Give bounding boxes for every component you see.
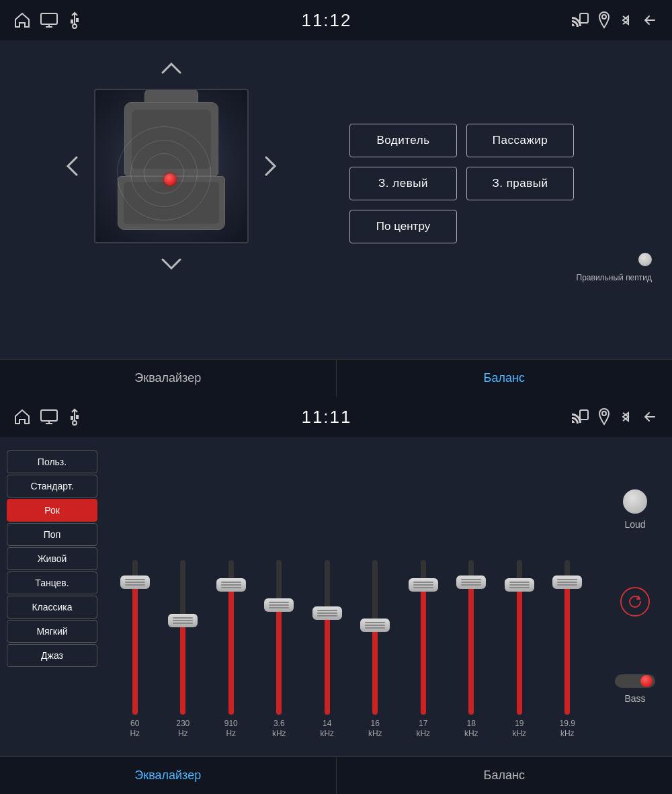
seat-btn-row-3: По центру: [349, 210, 652, 243]
cast-icon[interactable]: [571, 13, 589, 28]
preset-btn-8[interactable]: Джаз: [7, 644, 97, 667]
top-time: 11:12: [301, 10, 351, 31]
bluetooth-icon[interactable]: [620, 11, 632, 29]
svg-rect-4: [41, 410, 57, 421]
preset-btn-1[interactable]: Стандарт.: [7, 475, 97, 498]
slider-track-1[interactable]: [180, 560, 185, 715]
slider-track-5[interactable]: [372, 560, 378, 715]
slider-label-1: 230Hz: [176, 719, 190, 740]
slider-column-1: 230Hz: [163, 560, 202, 740]
top-tab-bar: Эквалайзер Баланс: [0, 359, 672, 397]
passenger-button[interactable]: Пассажир: [466, 124, 574, 157]
slider-thumb-5[interactable]: [360, 619, 390, 632]
cast-icon-2[interactable]: [571, 409, 589, 424]
screen-icon-2[interactable]: [40, 409, 58, 424]
tab-balance-top[interactable]: Баланс: [337, 360, 673, 397]
slider-label-5: 16kHz: [368, 719, 382, 740]
slider-thumb-6[interactable]: [409, 578, 438, 592]
slider-track-8[interactable]: [517, 560, 522, 715]
loud-button[interactable]: [623, 489, 647, 514]
slider-label-7: 18kHz: [464, 719, 478, 740]
preset-btn-4[interactable]: Живой: [7, 547, 97, 570]
bottom-status-bar: 11:11: [0, 397, 672, 437]
slider-fill-7: [468, 575, 474, 715]
slider-label-0: 60Hz: [130, 719, 140, 740]
center-button[interactable]: По центру: [349, 210, 457, 243]
slider-track-0[interactable]: [132, 560, 138, 715]
slider-fill-8: [517, 578, 522, 714]
slider-column-9: 19.9kHz: [548, 560, 587, 740]
svg-rect-0: [41, 13, 57, 24]
preset-btn-7[interactable]: Мягкий: [7, 620, 97, 643]
tab-equalizer-bottom[interactable]: Эквалайзер: [0, 757, 337, 794]
tab-equalizer-top[interactable]: Эквалайзер: [0, 360, 337, 397]
bluetooth-icon-2[interactable]: [620, 408, 632, 426]
back-icon-2[interactable]: [641, 409, 659, 424]
slider-track-7[interactable]: [468, 560, 474, 715]
bottom-left-icons: [13, 408, 82, 426]
seat-image: [94, 89, 249, 243]
slider-thumb-2[interactable]: [216, 578, 246, 592]
slider-thumb-0[interactable]: [120, 575, 150, 589]
slider-track-6[interactable]: [421, 560, 426, 715]
bottom-right-icons: [571, 408, 659, 426]
tab-balance-bottom[interactable]: Баланс: [337, 757, 673, 794]
preset-btn-5[interactable]: Танцев.: [7, 571, 97, 594]
seat-up-button[interactable]: [157, 54, 186, 83]
bass-thumb: [640, 675, 653, 687]
slider-fill-2: [228, 578, 234, 714]
seat-down-button[interactable]: [157, 249, 186, 278]
seat-hot-spot[interactable]: [164, 173, 176, 186]
slider-fill-9: [564, 575, 570, 715]
preset-btn-0[interactable]: Польз.: [7, 450, 97, 473]
seat-image-row: [58, 89, 285, 243]
seat-btn-row-2: З. левый З. правый: [349, 167, 652, 200]
slider-thumb-7[interactable]: [456, 575, 486, 589]
preset-btn-3[interactable]: Поп: [7, 523, 97, 546]
bottom-time: 11:11: [301, 407, 351, 428]
slider-track-2[interactable]: [228, 560, 234, 715]
slider-label-6: 17kHz: [416, 719, 430, 740]
home-icon[interactable]: [13, 11, 31, 29]
slider-thumb-9[interactable]: [552, 575, 582, 589]
slider-track-3[interactable]: [276, 560, 282, 715]
preset-btn-2[interactable]: Рок: [7, 499, 97, 522]
svg-point-1: [73, 24, 77, 28]
slider-thumb-8[interactable]: [505, 578, 534, 592]
indicator-label: Правильный пептид: [577, 273, 652, 282]
eq-right-panel: Loud Bass: [598, 447, 672, 746]
back-icon[interactable]: [641, 13, 659, 28]
top-left-icons: [13, 11, 82, 29]
slider-track-4[interactable]: [325, 560, 330, 715]
usb-icon: [67, 11, 82, 29]
slider-fill-6: [421, 578, 426, 714]
seat-left-button[interactable]: [58, 151, 87, 181]
slider-track-9[interactable]: [564, 560, 570, 715]
slider-fill-1: [180, 614, 185, 715]
slider-column-3: 3.6kHz: [259, 560, 298, 740]
screen-icon[interactable]: [40, 13, 58, 28]
seat-buttons-panel: Водитель Пассажир З. левый З. правый По …: [349, 54, 652, 346]
seat-btn-row-1: Водитель Пассажир: [349, 124, 652, 157]
bottom-tab-bar: Эквалайзер Баланс: [0, 756, 672, 794]
preset-btn-6[interactable]: Классика: [7, 596, 97, 619]
eq-content: Польз.Стандарт.РокПопЖивойТанцев.Классик…: [0, 437, 672, 756]
rear-right-button[interactable]: З. правый: [466, 167, 574, 200]
rear-left-button[interactable]: З. левый: [349, 167, 457, 200]
slider-thumb-3[interactable]: [264, 598, 294, 612]
driver-button[interactable]: Водитель: [349, 124, 457, 157]
reset-button[interactable]: [620, 587, 650, 617]
slider-thumb-4[interactable]: [312, 606, 342, 620]
seat-right-button[interactable]: [255, 151, 285, 181]
svg-rect-6: [580, 410, 588, 420]
svg-rect-2: [580, 13, 588, 23]
location-icon[interactable]: [598, 11, 610, 29]
slider-label-8: 19kHz: [512, 719, 526, 740]
slider-thumb-1[interactable]: [168, 614, 198, 627]
home-icon-2[interactable]: [13, 408, 31, 426]
slider-label-3: 3.6kHz: [272, 719, 286, 740]
slider-column-6: 17kHz: [404, 560, 443, 740]
bass-slider[interactable]: [615, 674, 655, 688]
indicator-area: Правильный пептид: [349, 253, 652, 282]
location-icon-2[interactable]: [598, 408, 610, 426]
